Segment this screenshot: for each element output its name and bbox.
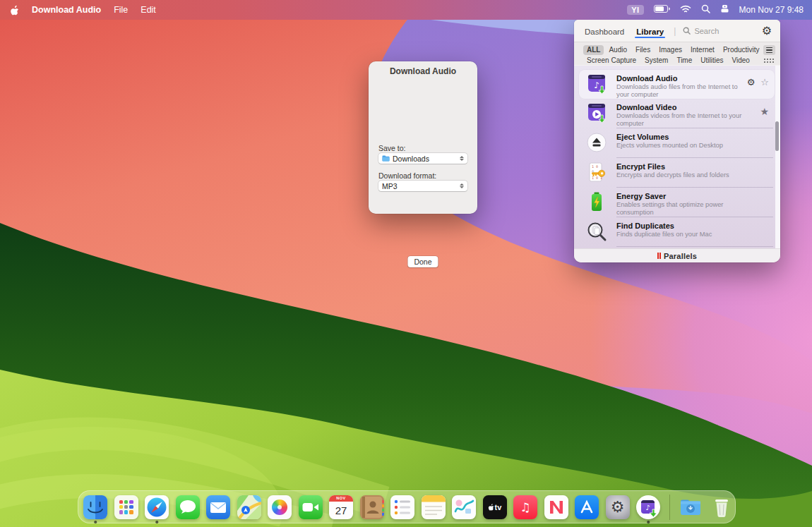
tool-description: Enables settings that optimize power con…	[616, 201, 742, 216]
format-value: MP3	[382, 182, 398, 190]
document-key-icon: 1 001 0 1	[586, 162, 607, 183]
favorite-star-outline-icon[interactable]: ☆	[760, 78, 769, 87]
tool-description: Downloads videos from the Internet to yo…	[616, 112, 742, 127]
photos-dock-icon[interactable]	[268, 495, 292, 519]
input-source-badge[interactable]: YI	[627, 5, 643, 15]
tool-row-download-video[interactable]: Download Video Downloads videos from the…	[579, 99, 775, 128]
scrollbar-track	[775, 66, 780, 248]
download-audio-dock-icon[interactable]: ♪	[636, 495, 660, 519]
scrollbar-thumb[interactable]	[775, 121, 779, 151]
battery-icon[interactable]	[654, 5, 670, 15]
filter-utilities[interactable]: Utilities	[697, 56, 727, 66]
folder-icon	[382, 155, 390, 163]
calendar-month-label: NOV	[329, 495, 353, 502]
tool-row-find-duplicates[interactable]: Find Duplicates Finds duplicate files on…	[579, 217, 775, 246]
notes-dock-icon[interactable]	[422, 495, 446, 519]
tool-row-encrypt-files[interactable]: 1 001 0 1 Encrypt Files Encrypts and dec…	[579, 158, 775, 187]
facetime-dock-icon[interactable]	[299, 495, 323, 519]
tool-description: Finds duplicate files on your Mac	[616, 231, 742, 238]
tool-title: Encrypt Files	[616, 162, 665, 171]
download-format-select[interactable]: MP3	[378, 181, 467, 191]
active-app-menu[interactable]: Download Audio	[32, 5, 101, 15]
download-format-label: Download format:	[378, 171, 436, 180]
music-dock-icon[interactable]: ♫	[513, 495, 537, 519]
svg-text:♪: ♪	[594, 80, 599, 90]
menu-edit[interactable]: Edit	[141, 5, 156, 15]
filter-time[interactable]: Time	[673, 56, 695, 66]
menu-file[interactable]: File	[114, 5, 128, 15]
dock-divider	[669, 495, 670, 520]
calendar-day-label: 27	[329, 502, 353, 519]
filter-images[interactable]: Images	[655, 45, 686, 55]
filter-video[interactable]: Video	[728, 56, 753, 66]
stepper-icon	[460, 156, 464, 162]
tool-title: Download Video	[616, 103, 676, 111]
toolbox-menu-icon[interactable]	[720, 4, 729, 16]
filter-all[interactable]: ALL	[583, 45, 604, 55]
done-button[interactable]: Done	[407, 256, 438, 267]
tool-row-eject-volumes[interactable]: Eject Volumes Ejects volumes mounted on …	[579, 128, 775, 157]
maps-dock-icon[interactable]	[237, 495, 261, 519]
category-filters: ALL Audio Files Images Internet Producti…	[574, 42, 780, 65]
system-settings-dock-icon[interactable]: ⚙	[606, 495, 630, 519]
downloads-folder-dock-icon[interactable]	[679, 495, 703, 519]
tab-library[interactable]: Library	[636, 22, 664, 40]
tab-dashboard[interactable]: Dashboard	[585, 22, 624, 40]
settings-gear-icon[interactable]: ⚙	[762, 25, 772, 37]
apple-tv-dock-icon[interactable]: tv	[483, 495, 507, 519]
running-indicator	[94, 521, 97, 523]
filter-files[interactable]: Files	[632, 45, 654, 55]
tool-row-download-audio[interactable]: ♪ Download Audio Downloads audio files f…	[579, 70, 775, 99]
news-dock-icon[interactable]	[544, 495, 568, 519]
tool-description: Downloads audio files from the Internet …	[616, 83, 742, 98]
wifi-icon[interactable]	[680, 5, 691, 16]
filter-internet[interactable]: Internet	[687, 45, 718, 55]
contacts-dock-icon[interactable]	[360, 495, 384, 519]
spotlight-search-icon[interactable]	[701, 4, 710, 16]
search-placeholder: Search	[694, 27, 719, 35]
messages-dock-icon[interactable]	[176, 495, 200, 519]
favorite-star-filled-icon[interactable]: ★	[760, 107, 769, 116]
dock: NOV27 tv ♫ ⚙ ♪	[78, 490, 736, 523]
search-input[interactable]: Search	[683, 27, 761, 35]
save-to-value: Downloads	[393, 155, 429, 163]
launchpad-dock-icon[interactable]	[114, 495, 138, 519]
tool-settings-gear-icon[interactable]: ⚙	[747, 78, 756, 87]
magnifier-document-icon	[586, 221, 607, 242]
save-to-select[interactable]: Downloads	[378, 153, 467, 164]
running-indicator	[647, 521, 650, 523]
tool-title: Download Audio	[616, 74, 677, 83]
running-indicator	[155, 521, 158, 523]
app-store-dock-icon[interactable]	[575, 495, 599, 519]
trash-dock-icon[interactable]	[710, 495, 734, 519]
stepper-icon	[460, 183, 464, 189]
calendar-dock-icon[interactable]: NOV27	[329, 495, 353, 519]
header-divider: |	[674, 26, 676, 36]
mail-dock-icon[interactable]	[206, 495, 230, 519]
tv-label: tv	[495, 503, 502, 511]
menu-bar: Download Audio File Edit YI Mon Nov 27 9…	[0, 0, 812, 20]
menu-bar-clock[interactable]: Mon Nov 27 9:48	[739, 5, 804, 15]
freeform-dock-icon[interactable]	[452, 495, 476, 519]
reminders-dock-icon[interactable]	[390, 495, 414, 519]
apple-logo-icon	[488, 503, 494, 511]
safari-dock-icon[interactable]	[145, 495, 169, 519]
tool-description: Encrypts and decrypts files and folders	[616, 171, 742, 179]
panel-footer: Parallels	[574, 248, 780, 262]
panel-header: Dashboard Library | Search ⚙	[574, 20, 780, 42]
grid-view-icon[interactable]	[763, 56, 775, 66]
desktop: Download Audio File Edit YI Mon Nov 27 9…	[0, 0, 812, 527]
tool-row-energy-saver[interactable]: Energy Saver Enables settings that optim…	[579, 188, 775, 217]
filter-screen-capture[interactable]: Screen Capture	[583, 56, 640, 66]
svg-text:1 0: 1 0	[592, 164, 598, 169]
tool-title: Find Duplicates	[616, 222, 674, 230]
battery-bolt-icon	[586, 191, 607, 212]
finder-dock-icon[interactable]	[83, 495, 107, 519]
save-to-label: Save to:	[378, 144, 406, 152]
filter-audio[interactable]: Audio	[605, 45, 631, 55]
apple-menu-icon[interactable]	[10, 4, 19, 16]
download-audio-dialog: Download Audio Save to: Downloads Downlo…	[369, 61, 477, 214]
list-view-icon[interactable]	[763, 45, 775, 55]
filter-productivity[interactable]: Productivity	[720, 45, 763, 55]
filter-system[interactable]: System	[641, 56, 671, 66]
